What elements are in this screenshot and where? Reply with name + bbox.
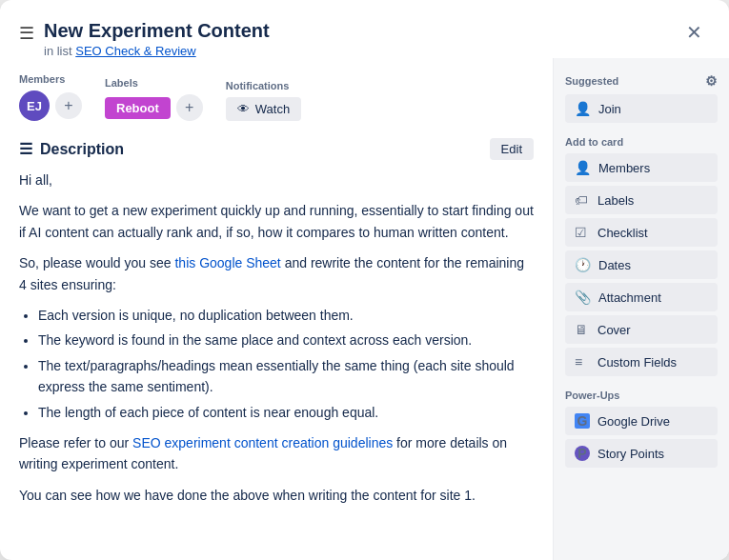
members-sidebar-label: Members [598,161,650,175]
labels-group: Labels Reboot + [105,77,203,121]
attachment-sidebar-button[interactable]: 📎 Attachment [565,283,718,311]
guidelines-link[interactable]: SEO experiment content creation guidelin… [132,435,393,450]
google-drive-button[interactable]: G Google Drive [565,407,718,435]
desc-para-last: You can see how we have done the above w… [19,485,534,506]
members-sidebar-icon: 👤 [575,160,591,175]
google-drive-icon: G [575,413,590,429]
story-points-icon: P [575,446,590,461]
modal-title: New Experiment Content [44,19,270,42]
watch-label: Watch [255,102,290,116]
gear-icon[interactable]: ⚙ [705,73,718,89]
avatar: EJ [19,90,50,121]
add-to-card-title: Add to card [565,136,718,148]
attachment-sidebar-icon: 📎 [575,290,591,305]
powerups-section: Power-Ups G Google Drive P Story Points [565,390,718,468]
modal-header: ☰ New Experiment Content in list SEO Che… [0,0,729,58]
description-content: Hi all, We want to get a new experiment … [19,170,534,506]
powerups-title: Power-Ups [565,390,718,401]
notifications-group: Notifications 👁 Watch [226,80,301,121]
edit-button[interactable]: Edit [490,138,534,160]
members-sidebar-button[interactable]: 👤 Members [565,153,718,182]
desc-para-2: We want to get a new experiment quickly … [19,200,534,243]
custom-fields-sidebar-label: Custom Fields [597,355,677,370]
bullet-4: The length of each piece of content is n… [38,402,534,423]
notifications-label: Notifications [226,80,301,91]
custom-fields-sidebar-button[interactable]: ≡ Custom Fields [565,348,718,376]
dates-sidebar-label: Dates [598,258,631,272]
custom-fields-sidebar-icon: ≡ [575,354,590,370]
labels-sidebar-button[interactable]: 🏷 Labels [565,186,718,214]
modal-body: Members EJ + Labels Reboot + Notificatio… [0,58,729,560]
modal-title-area: ☰ New Experiment Content in list SEO Che… [19,19,270,58]
members-row: EJ + [19,90,82,121]
suggested-section: Suggested ⚙ 👤 Join [565,73,718,123]
bullet-3: The text/paragraphs/headings mean essent… [38,355,534,398]
checklist-sidebar-icon: ☑ [575,225,590,240]
cover-sidebar-label: Cover [597,323,631,337]
desc-para-3: So, please would you see this Google She… [19,252,534,295]
add-member-button[interactable]: + [55,92,82,119]
google-drive-label: Google Drive [597,414,670,429]
labels-label: Labels [105,77,203,89]
main-content: Members EJ + Labels Reboot + Notificatio… [0,58,553,560]
labels-sidebar-icon: 🏷 [575,192,590,208]
join-button[interactable]: 👤 Join [565,94,718,123]
desc-para-1: Hi all, [19,170,534,190]
story-points-label: Story Points [597,447,664,461]
join-icon: 👤 [575,101,591,116]
close-button[interactable]: ✕ [678,19,710,46]
add-to-card-section: Add to card 👤 Members 🏷 Labels ☑ Checkli… [565,136,718,376]
cover-sidebar-button[interactable]: 🖥 Cover [565,315,718,344]
bullet-list: Each version is unique, no duplication b… [38,305,534,423]
labels-sidebar-label: Labels [597,193,634,208]
bullet-2: The keyword is found in the same place a… [38,330,534,350]
dates-sidebar-icon: 🕐 [575,257,591,272]
dates-sidebar-button[interactable]: 🕐 Dates [565,250,718,279]
description-section-header: ☰ Description Edit [19,138,534,160]
sidebar: Suggested ⚙ 👤 Join Add to card 👤 Members [553,58,729,560]
members-label: Members [19,73,82,85]
bullet-1: Each version is unique, no duplication b… [38,305,534,326]
description-title: ☰ Description [19,140,124,158]
modal-title-text: New Experiment Content in list SEO Check… [44,19,270,58]
checklist-sidebar-label: Checklist [597,226,648,240]
description-icon: ☰ [19,140,32,158]
card-icon: ☰ [19,23,34,44]
members-group: Members EJ + [19,73,82,121]
checklist-sidebar-button[interactable]: ☑ Checklist [565,218,718,247]
modal-subtitle: in list SEO Check & Review [44,44,270,58]
google-sheet-link[interactable]: this Google Sheet [174,255,280,270]
suggested-title: Suggested ⚙ [565,73,718,89]
cover-sidebar-icon: 🖥 [575,322,590,337]
eye-icon: 👁 [237,102,250,116]
watch-button[interactable]: 👁 Watch [226,97,301,121]
attachment-sidebar-label: Attachment [598,290,661,305]
meta-row: Members EJ + Labels Reboot + Notificatio… [19,73,534,121]
desc-para-after: Please refer to our SEO experiment conte… [19,432,534,475]
story-points-button[interactable]: P Story Points [565,439,718,468]
card-modal: ☰ New Experiment Content in list SEO Che… [0,0,729,560]
add-label-button[interactable]: + [176,94,203,121]
reboot-label-tag[interactable]: Reboot [105,97,171,119]
list-link[interactable]: SEO Check & Review [75,44,195,58]
